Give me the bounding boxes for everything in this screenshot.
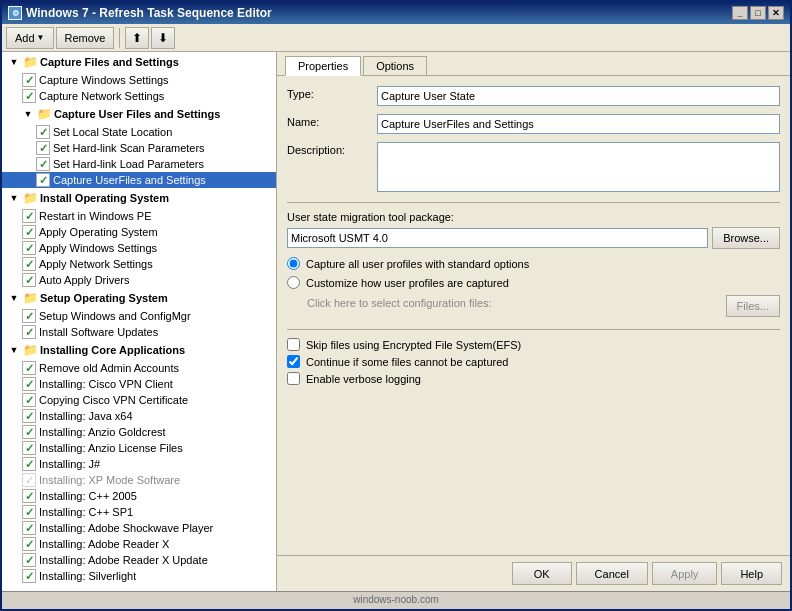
bottom-bar: OK Cancel Apply Help (277, 555, 790, 591)
main-window: ⚙ Windows 7 - Refresh Task Sequence Edit… (0, 0, 792, 611)
move-up-icon: ⬆ (132, 31, 142, 45)
move-up-button[interactable]: ⬆ (125, 27, 149, 49)
status-icon-reader (22, 537, 36, 551)
tree-item-silverlight[interactable]: Installing: Silverlight (2, 568, 276, 584)
tree-item-reader-upd[interactable]: Installing: Adobe Reader X Update (2, 552, 276, 568)
status-icon-capture-userfiles (36, 173, 50, 187)
tree-scroll[interactable]: ▼ 📁 Capture Files and Settings Capture W… (2, 52, 276, 591)
tree-item-jsharp[interactable]: Installing: J# (2, 456, 276, 472)
tree-item-apply-os[interactable]: Apply Operating System (2, 224, 276, 240)
add-label: Add (15, 32, 35, 44)
cancel-label: Cancel (595, 568, 629, 580)
tree-item-set-hard1[interactable]: Set Hard-link Scan Parameters (2, 140, 276, 156)
tree-item-cpp-sp1[interactable]: Installing: C++ SP1 (2, 504, 276, 520)
status-icon-capture-network (22, 89, 36, 103)
tree-item-apply-win[interactable]: Apply Windows Settings (2, 240, 276, 256)
tree-item-remove-admin[interactable]: Remove old Admin Accounts (2, 360, 276, 376)
group-header-setup-os[interactable]: ▼ 📁 Setup Operating System (2, 288, 276, 308)
help-button[interactable]: Help (721, 562, 782, 585)
tree-item-apply-net[interactable]: Apply Network Settings (2, 256, 276, 272)
status-icon-cpp2005 (22, 489, 36, 503)
ok-label: OK (534, 568, 550, 580)
move-down-button[interactable]: ⬇ (151, 27, 175, 49)
tree-item-xp-mode[interactable]: Installing: XP Mode Software (2, 472, 276, 488)
divider1 (287, 202, 780, 203)
item-label-shockwave: Installing: Adobe Shockwave Player (39, 522, 213, 534)
radio-customize[interactable] (287, 276, 300, 289)
close-button[interactable]: ✕ (768, 6, 784, 20)
checkbox-continue-if-fail[interactable] (287, 355, 300, 368)
tree-item-capture-windows[interactable]: Capture Windows Settings (2, 72, 276, 88)
item-label-capture-windows: Capture Windows Settings (39, 74, 169, 86)
item-label-software-updates: Install Software Updates (39, 326, 158, 338)
tree-item-cpp2005[interactable]: Installing: C++ 2005 (2, 488, 276, 504)
tree-item-anzio-lic[interactable]: Installing: Anzio License Files (2, 440, 276, 456)
help-label: Help (740, 568, 763, 580)
tree-item-shockwave[interactable]: Installing: Adobe Shockwave Player (2, 520, 276, 536)
item-label-silverlight: Installing: Silverlight (39, 570, 136, 582)
tree-item-anzio-gold[interactable]: Installing: Anzio Goldcrest (2, 424, 276, 440)
tree-item-restart-pe[interactable]: Restart in Windows PE (2, 208, 276, 224)
ok-button[interactable]: OK (512, 562, 572, 585)
item-label-cisco-cert: Copying Cisco VPN Certificate (39, 394, 188, 406)
tree-panel: ▼ 📁 Capture Files and Settings Capture W… (2, 52, 277, 591)
status-icon-anzio-gold (22, 425, 36, 439)
group-header-install-os[interactable]: ▼ 📁 Install Operating System (2, 188, 276, 208)
status-icon-capture-windows (22, 73, 36, 87)
radio-row-2: Customize how user profiles are captured (287, 276, 780, 289)
checkbox-verbose[interactable] (287, 372, 300, 385)
subgroup-label-capture-user: Capture User Files and Settings (54, 108, 220, 120)
expand-icon-install-os: ▼ (6, 190, 22, 206)
folder-icon: 📁 (22, 54, 38, 70)
folder-icon-user: 📁 (36, 106, 52, 122)
item-label-apply-win: Apply Windows Settings (39, 242, 157, 254)
expand-icon: ▼ (6, 54, 22, 70)
tab-properties[interactable]: Properties (285, 56, 361, 76)
browse-button[interactable]: Browse... (712, 227, 780, 249)
tab-options[interactable]: Options (363, 56, 427, 75)
status-icon-reader-upd (22, 553, 36, 567)
tree-item-cisco-cert[interactable]: Copying Cisco VPN Certificate (2, 392, 276, 408)
desc-textarea[interactable] (377, 142, 780, 192)
group-header-capture-files[interactable]: ▼ 📁 Capture Files and Settings (2, 52, 276, 72)
item-label-jsharp: Installing: J# (39, 458, 100, 470)
status-icon-set-local (36, 125, 50, 139)
maximize-button[interactable]: □ (750, 6, 766, 20)
name-label: Name: (287, 114, 377, 128)
tree-item-set-local[interactable]: Set Local State Location (2, 124, 276, 140)
folder-icon-install-os: 📁 (22, 190, 38, 206)
radio-capture-all[interactable] (287, 257, 300, 270)
type-input[interactable] (377, 86, 780, 106)
remove-label: Remove (65, 32, 106, 44)
tree-item-capture-userfiles[interactable]: Capture UserFiles and Settings (2, 172, 276, 188)
tree-item-cisco-vpn[interactable]: Installing: Cisco VPN Client (2, 376, 276, 392)
checkbox-skip-efs[interactable] (287, 338, 300, 351)
group-header-installing-core[interactable]: ▼ 📁 Installing Core Applications (2, 340, 276, 360)
status-icon-anzio-lic (22, 441, 36, 455)
minimize-button[interactable]: _ (732, 6, 748, 20)
cancel-button[interactable]: Cancel (576, 562, 648, 585)
files-button[interactable]: Files... (726, 295, 780, 317)
checkbox1-label: Skip files using Encrypted File System(E… (306, 339, 521, 351)
tree-item-software-updates[interactable]: Install Software Updates (2, 324, 276, 340)
group-installing-core: ▼ 📁 Installing Core Applications Remove … (2, 340, 276, 584)
tab-bar: Properties Options (277, 52, 790, 76)
folder-icon-setup-os: 📁 (22, 290, 38, 306)
name-input[interactable] (377, 114, 780, 134)
subgroup-header-capture-user[interactable]: ▼ 📁 Capture User Files and Settings (2, 104, 276, 124)
tree-item-capture-network[interactable]: Capture Network Settings (2, 88, 276, 104)
remove-button[interactable]: Remove (56, 27, 115, 49)
tree-item-auto-drivers[interactable]: Auto Apply Drivers (2, 272, 276, 288)
status-icon-auto-drivers (22, 273, 36, 287)
apply-button[interactable]: Apply (652, 562, 718, 585)
status-icon-cpp-sp1 (22, 505, 36, 519)
package-input[interactable] (287, 228, 708, 248)
tree-item-setup-configmgr[interactable]: Setup Windows and ConfigMgr (2, 308, 276, 324)
tree-item-java-x64[interactable]: Installing: Java x64 (2, 408, 276, 424)
item-label-auto-drivers: Auto Apply Drivers (39, 274, 129, 286)
item-label-restart-pe: Restart in Windows PE (39, 210, 151, 222)
tree-item-set-hard2[interactable]: Set Hard-link Load Parameters (2, 156, 276, 172)
toolbar-separator (119, 28, 120, 48)
tree-item-reader[interactable]: Installing: Adobe Reader X (2, 536, 276, 552)
add-button[interactable]: Add ▼ (6, 27, 54, 49)
